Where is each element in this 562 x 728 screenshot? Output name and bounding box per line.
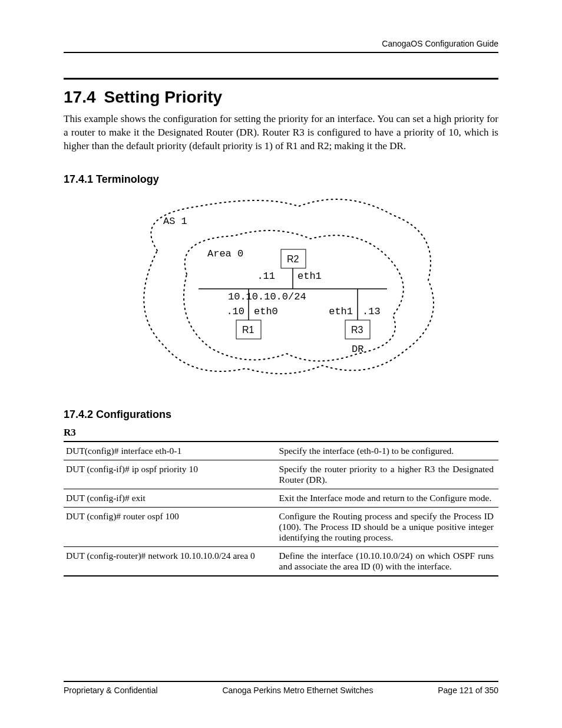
r3-name: R3 [351, 325, 363, 335]
section-rule [64, 78, 498, 80]
table-row: DUT (config-if)# exit Exit the Interface… [64, 489, 498, 507]
subhead2-number: 17.4.2 [64, 409, 93, 420]
section-intro: This example shows the configuration for… [64, 113, 498, 153]
as-label: AS 1 [163, 216, 187, 227]
table-row: DUT (config-router)# network 10.10.10.0/… [64, 546, 498, 576]
cmd-cell: DUT(config)# interface eth-0-1 [64, 442, 277, 460]
subhead-configurations: 17.4.2 Configurations [64, 409, 498, 421]
subhead-terminology: 17.4.1 Terminology [64, 173, 498, 186]
subhead-number: 17.4.1 [64, 173, 93, 185]
r3-host: .13 [362, 306, 381, 317]
r3-if: eth1 [329, 306, 353, 317]
desc-cell: Specify the router priority to a higher … [277, 460, 498, 489]
section-name: Setting Priority [104, 88, 223, 106]
r2-name: R2 [287, 254, 299, 264]
r1-host: .10 [226, 306, 244, 317]
subnet-label: 10.10.10.0/24 [228, 291, 306, 302]
r1-if: eth0 [254, 306, 278, 317]
cmd-cell: DUT (config-if)# ip ospf priority 10 [64, 460, 277, 489]
subhead-title: Terminology [96, 173, 159, 185]
page-footer: Proprietary & Confidential Canoga Perkin… [64, 681, 498, 695]
topology-svg: AS 1 Area 0 10.10.10.0/24 R2 .11 eth1 R1… [110, 192, 452, 386]
r3-role: DR [352, 344, 363, 355]
table-row: DUT (config-if)# ip ospf priority 10 Spe… [64, 460, 498, 489]
desc-cell: Define the interface (10.10.10.0/24) on … [277, 546, 498, 576]
footer-right: Page 121 of 350 [438, 686, 498, 695]
cmd-cell: DUT (config-if)# exit [64, 489, 277, 507]
section-number: 17.4 [64, 88, 96, 106]
device-heading: R3 [64, 427, 498, 439]
topology-diagram: AS 1 Area 0 10.10.10.0/24 R2 .11 eth1 R1… [64, 192, 498, 388]
as-boundary [144, 199, 434, 374]
subhead2-title: Configurations [96, 409, 171, 420]
r2-host: .11 [257, 271, 275, 282]
r1-name: R1 [242, 325, 254, 335]
page-header: CanogaOS Configuration Guide [64, 39, 498, 53]
area-label: Area 0 [207, 248, 243, 259]
desc-cell: Specify the interface (eth-0-1) to be co… [277, 442, 498, 460]
r2-if: eth1 [297, 271, 322, 282]
desc-cell: Configure the Routing process and specif… [277, 507, 498, 546]
desc-cell: Exit the Interface mode and return to th… [277, 489, 498, 507]
page: CanogaOS Configuration Guide 17.4Setting… [0, 0, 562, 728]
footer-left: Proprietary & Confidential [64, 686, 158, 695]
config-table: DUT(config)# interface eth-0-1 Specify t… [64, 441, 498, 577]
footer-center: Canoga Perkins Metro Ethernet Switches [222, 686, 373, 695]
table-row: DUT (config)# router ospf 100 Configure … [64, 507, 498, 546]
cmd-cell: DUT (config)# router ospf 100 [64, 507, 277, 546]
doc-title: CanogaOS Configuration Guide [382, 39, 498, 48]
cmd-cell: DUT (config-router)# network 10.10.10.0/… [64, 546, 277, 576]
table-row: DUT(config)# interface eth-0-1 Specify t… [64, 442, 498, 460]
section-title: 17.4Setting Priority [64, 88, 498, 107]
